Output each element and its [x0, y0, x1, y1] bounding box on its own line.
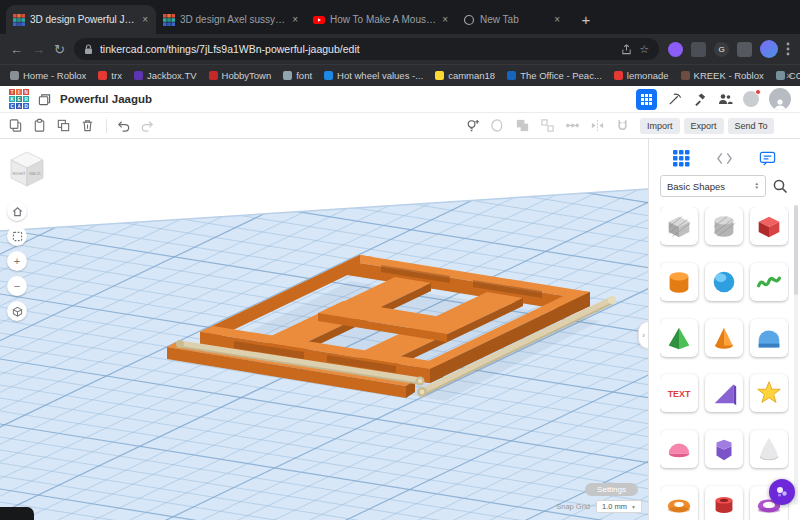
panel-collapse-handle[interactable]: ›	[638, 321, 648, 349]
bookmark-item[interactable]: The Office - Peac...	[507, 70, 602, 81]
import-button[interactable]: Import	[640, 118, 680, 134]
shape-scribble[interactable]	[750, 263, 788, 301]
browser-tab[interactable]: New Tab×	[456, 5, 568, 34]
bookmark-item[interactable]: Hot wheel values -...	[324, 70, 423, 81]
shape-hole-cylinder[interactable]	[705, 207, 743, 245]
back-icon[interactable]: ←	[10, 43, 23, 56]
view-icon[interactable]	[490, 118, 505, 133]
shape-tube[interactable]	[705, 486, 743, 520]
shape-half-sphere[interactable]	[660, 430, 698, 468]
panel-buttons: Import Export Send To	[640, 118, 792, 134]
paste-icon[interactable]	[32, 118, 47, 133]
group-icon[interactable]	[515, 118, 530, 133]
page: { "browser": { "tabs": [ { "label": "3D …	[0, 0, 800, 520]
tab-close-icon[interactable]: ×	[553, 14, 561, 25]
bookmark-favicon	[324, 71, 333, 80]
tinkercad-logo[interactable]: TINKERCAD	[9, 89, 29, 109]
new-tab-button[interactable]: +	[574, 7, 598, 31]
zoom-out-button[interactable]: −	[7, 276, 27, 296]
align-icon[interactable]	[565, 118, 580, 133]
snap-magnet-icon[interactable]	[615, 118, 630, 133]
tinker-grid-button[interactable]	[636, 89, 657, 110]
forward-icon[interactable]: →	[32, 43, 45, 56]
shape-hole-box[interactable]	[660, 207, 698, 245]
browser-tab[interactable]: How To Make A Mouse Trap C×	[306, 5, 456, 34]
bookmark-item[interactable]: trx	[98, 70, 122, 81]
undo-icon[interactable]	[116, 118, 131, 133]
ungroup-icon[interactable]	[540, 118, 555, 133]
shape-star[interactable]	[750, 374, 788, 412]
address-bar[interactable]: tinkercad.com/things/7jLfs9a1WBn-powerfu…	[74, 38, 659, 60]
bookmark-item[interactable]: HobbyTown	[209, 70, 272, 81]
classes-people-icon[interactable]	[717, 92, 733, 106]
perspective-button[interactable]	[7, 301, 27, 321]
bookmarks-overflow-chevron[interactable]: »	[786, 69, 792, 81]
export-button[interactable]: Export	[684, 118, 724, 134]
delete-icon[interactable]	[80, 118, 95, 133]
viewport-canvas[interactable]	[0, 139, 648, 520]
tab-close-icon[interactable]: ×	[441, 14, 449, 25]
snap-grid-select[interactable]: 1.0 mm▼	[596, 500, 642, 513]
shape-cylinder[interactable]	[660, 263, 698, 301]
show-all-icon[interactable]	[465, 118, 480, 133]
panel-scrollbar-thumb[interactable]	[794, 205, 798, 295]
shape-box[interactable]	[750, 207, 788, 245]
extension-icon-g[interactable]: G	[714, 42, 729, 57]
shape-round-roof[interactable]	[750, 319, 788, 357]
shape-sphere[interactable]	[705, 263, 743, 301]
logo-cell: D	[23, 103, 29, 109]
bookmark-item[interactable]: camman18	[435, 70, 495, 81]
shape-paraboloid[interactable]	[750, 430, 788, 468]
bookmark-favicon	[134, 71, 143, 80]
bookmark-star-icon[interactable]: ☆	[639, 43, 649, 56]
browser-menu-icon[interactable]	[786, 42, 790, 56]
shape-generators-icon[interactable]	[716, 151, 733, 166]
shape-torus[interactable]	[660, 486, 698, 520]
bookmark-item[interactable]: KREEK - Roblox	[681, 70, 764, 81]
shape-category-select[interactable]: Basic Shapes ▲▼	[660, 175, 766, 197]
view-cube-right-label[interactable]: RIGHT	[12, 171, 25, 176]
notifications-avatar[interactable]	[743, 91, 759, 107]
bookmark-item[interactable]: font	[283, 70, 312, 81]
bookmark-favicon	[776, 71, 785, 80]
share-icon[interactable]	[621, 44, 632, 55]
extension-icon-gray[interactable]	[691, 42, 706, 57]
home-view-button[interactable]	[7, 201, 27, 221]
shape-text[interactable]: TEXT	[660, 374, 698, 412]
redo-icon[interactable]	[140, 118, 155, 133]
viewport-3d[interactable]: RIGHT BACK + − Settings Snap Grid 1.0 mm…	[0, 139, 648, 520]
shape-polygon[interactable]	[705, 430, 743, 468]
viewport-controls: + −	[7, 201, 27, 321]
hammer-icon[interactable]	[692, 92, 707, 107]
notes-icon[interactable]	[759, 150, 776, 167]
reload-icon[interactable]: ↻	[54, 43, 65, 56]
mirror-icon[interactable]	[590, 118, 605, 133]
shapes-grid-icon[interactable]	[673, 150, 690, 167]
cast-icon[interactable]	[737, 42, 752, 57]
shape-wedge[interactable]	[705, 374, 743, 412]
blocks-pickaxe-icon[interactable]	[667, 92, 682, 107]
bookmark-item[interactable]: Home - Roblox	[10, 70, 86, 81]
bookmark-item[interactable]: lemonade	[614, 70, 669, 81]
browser-profile-avatar[interactable]	[760, 40, 778, 58]
extension-overlay-badge[interactable]	[769, 479, 795, 505]
copy-icon[interactable]	[8, 118, 23, 133]
shape-pyramid[interactable]	[660, 319, 698, 357]
extension-icon-purple[interactable]	[668, 42, 683, 57]
user-avatar[interactable]	[769, 88, 791, 110]
design-menu-icon[interactable]	[38, 93, 51, 106]
zoom-in-button[interactable]: +	[7, 251, 27, 271]
view-cube[interactable]: RIGHT BACK	[4, 145, 50, 191]
tab-close-icon[interactable]: ×	[291, 14, 299, 25]
shape-cone[interactable]	[705, 319, 743, 357]
settings-button[interactable]: Settings	[585, 483, 638, 496]
view-cube-back-label[interactable]: BACK	[29, 171, 41, 176]
send-to-button[interactable]: Send To	[728, 118, 775, 134]
bookmark-item[interactable]: Jackbox.TV	[134, 70, 197, 81]
search-icon[interactable]	[772, 178, 789, 195]
duplicate-icon[interactable]	[56, 118, 71, 133]
browser-tab[interactable]: 3D design Powerful Jaagub |×	[6, 5, 156, 34]
tab-close-icon[interactable]: ×	[141, 14, 149, 25]
fit-view-button[interactable]	[7, 226, 27, 246]
browser-tab[interactable]: 3D design Axel sussy | Tinker×	[156, 5, 306, 34]
